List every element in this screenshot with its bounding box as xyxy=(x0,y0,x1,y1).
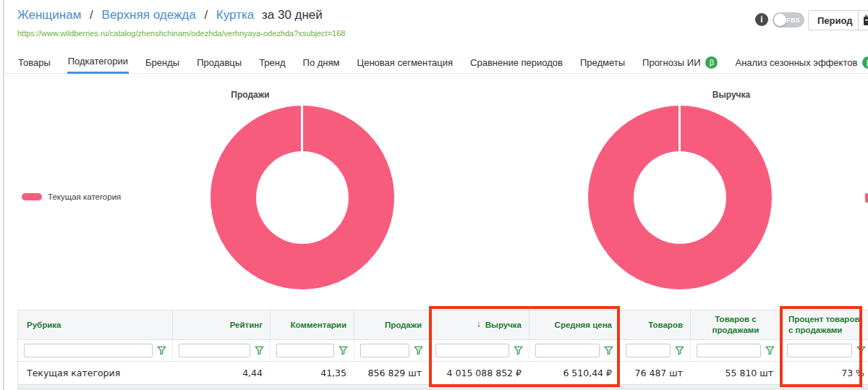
sort-desc-icon: ↓ xyxy=(477,319,481,331)
cell-revenue: 4 015 088 852 ₽ xyxy=(429,362,529,384)
breadcrumb-link-outerwear[interactable]: Верхняя одежда xyxy=(102,8,196,22)
filter-funnel-icon[interactable] xyxy=(414,346,423,355)
column-header-percent-with-sales[interactable]: Процент товаров с продажами xyxy=(780,310,868,339)
beta-badge-icon: β xyxy=(705,56,718,69)
filter-funnel-icon[interactable] xyxy=(675,346,684,355)
table-header-row: Рубрика Рейтинг Комментарии Продажи ↓Выр… xyxy=(18,310,868,340)
tab-sellers[interactable]: Продавцы xyxy=(196,52,242,74)
tab-subcategories[interactable]: Подкатегории xyxy=(67,52,129,74)
filter-input-avg-price[interactable] xyxy=(535,344,600,357)
info-icon[interactable]: i xyxy=(755,13,768,26)
period-button-label: Период xyxy=(817,15,853,26)
cell-rubric: Текущая категория xyxy=(18,362,172,384)
filter-input-rubric[interactable] xyxy=(24,344,153,357)
fbs-toggle-label: FBS xyxy=(786,17,800,24)
filter-funnel-icon[interactable] xyxy=(856,346,866,355)
breadcrumb-link-jacket[interactable]: Куртка xyxy=(216,8,254,22)
breadcrumb-separator: / xyxy=(90,8,93,22)
legend-swatch-clipped xyxy=(865,193,868,203)
filter-input-products[interactable] xyxy=(626,344,671,357)
tab-bar: Товары Подкатегории Бренды Продавцы Трен… xyxy=(17,52,868,74)
next-row-edge xyxy=(17,386,868,390)
tab-by-days[interactable]: По дням xyxy=(302,52,341,74)
cell-products: 76 487 шт xyxy=(619,362,690,384)
category-url: https://www.wildberries.ru/catalog/zhens… xyxy=(17,29,345,38)
filter-input-sales[interactable] xyxy=(360,344,409,357)
tab-items[interactable]: Предметы xyxy=(579,52,626,74)
filter-funnel-icon[interactable] xyxy=(604,346,613,355)
breadcrumb-separator: / xyxy=(204,8,208,22)
filter-funnel-icon[interactable] xyxy=(339,346,348,355)
filter-funnel-icon[interactable] xyxy=(765,346,775,355)
filter-funnel-icon[interactable] xyxy=(157,346,166,355)
cell-sales: 856 829 шт xyxy=(354,362,429,384)
legend-item-current-category[interactable]: Текущая категория xyxy=(22,192,121,201)
tab-period-comparison[interactable]: Сравнение периодов xyxy=(469,52,563,74)
filter-funnel-icon[interactable] xyxy=(255,346,264,355)
donut-slice-gap xyxy=(678,106,681,153)
filter-input-products-with-sales[interactable] xyxy=(697,344,761,357)
table-filter-row xyxy=(18,340,868,362)
cell-percent-with-sales: 73 % xyxy=(780,362,868,384)
beta-badge-icon: β xyxy=(862,56,868,69)
period-suffix: за 30 дней xyxy=(262,8,323,22)
window-edge-line xyxy=(3,0,4,390)
tab-trend[interactable]: Тренд xyxy=(258,52,286,74)
column-header-sales[interactable]: Продажи xyxy=(354,310,429,339)
tab-ai-forecasts[interactable]: Прогнозы ИИβ xyxy=(642,52,718,74)
donut-slice-gap xyxy=(301,106,303,153)
column-header-rating[interactable]: Рейтинг xyxy=(172,310,270,339)
fbs-toggle[interactable]: FBS xyxy=(773,12,804,27)
column-header-revenue[interactable]: ↓Выручка xyxy=(429,310,529,339)
filter-input-comments[interactable] xyxy=(276,344,334,357)
tab-products[interactable]: Товары xyxy=(17,52,51,74)
legend-swatch-icon xyxy=(22,193,42,200)
chart-title-sales: Продажи xyxy=(217,90,284,100)
column-header-products-with-sales[interactable]: Товаров с продажами xyxy=(690,310,780,339)
column-header-products[interactable]: Товаров xyxy=(619,310,690,339)
table-row: Текущая категория 4,44 41,35 856 829 шт … xyxy=(18,362,868,385)
toggle-knob-icon xyxy=(774,14,786,26)
cell-comments: 41,35 xyxy=(270,362,354,384)
filter-funnel-icon[interactable] xyxy=(514,346,523,355)
column-header-avg-price[interactable]: Средняя цена xyxy=(529,310,619,339)
filter-input-percent-with-sales[interactable] xyxy=(787,344,852,357)
calendar-button[interactable] xyxy=(858,10,868,30)
breadcrumb: Женщинам / Верхняя одежда / Куртка за 30… xyxy=(17,8,323,22)
filter-input-rating[interactable] xyxy=(179,344,250,357)
legend-label: Текущая категория xyxy=(48,192,121,201)
tab-seasonal-effects[interactable]: Анализ сезонных эффектовβ xyxy=(734,52,868,74)
filter-input-revenue[interactable] xyxy=(435,344,509,357)
cell-rating: 4,44 xyxy=(172,362,270,384)
calendar-icon xyxy=(863,14,868,26)
breadcrumb-link-women[interactable]: Женщинам xyxy=(17,8,81,22)
cell-products-with-sales: 55 810 шт xyxy=(690,362,780,384)
tab-brands[interactable]: Бренды xyxy=(145,52,180,74)
column-header-comments[interactable]: Комментарии xyxy=(270,310,354,339)
subcategories-table: Рубрика Рейтинг Комментарии Продажи ↓Выр… xyxy=(17,310,868,386)
column-header-rubric[interactable]: Рубрика xyxy=(18,310,172,339)
tab-price-segmentation[interactable]: Ценовая сегментация xyxy=(357,52,454,74)
cell-avg-price: 6 510,44 ₽ xyxy=(529,362,619,384)
chart-title-revenue: Выручка xyxy=(698,90,765,100)
